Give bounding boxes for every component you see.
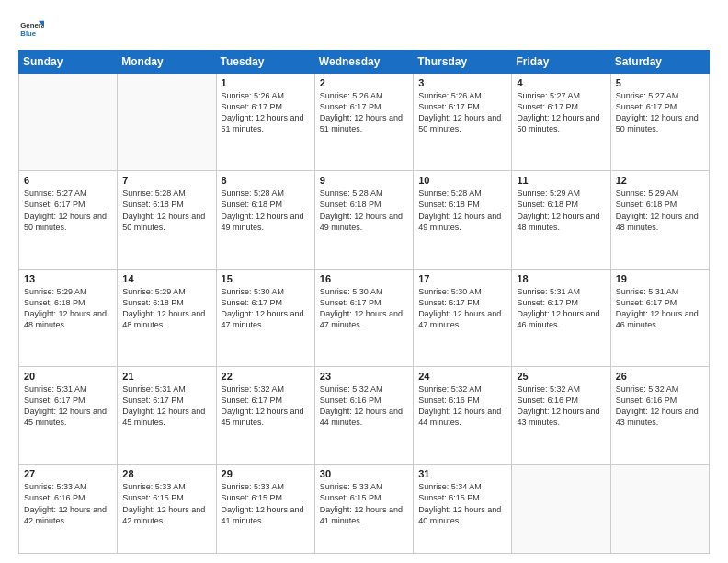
day-info: Sunrise: 5:27 AM Sunset: 6:17 PM Dayligh…	[517, 90, 605, 135]
day-number: 22	[222, 371, 310, 382]
calendar-week-1: 1Sunrise: 5:26 AM Sunset: 6:17 PM Daylig…	[19, 74, 710, 171]
day-info: Sunrise: 5:26 AM Sunset: 6:17 PM Dayligh…	[320, 90, 408, 135]
day-info: Sunrise: 5:31 AM Sunset: 6:17 PM Dayligh…	[24, 384, 112, 429]
calendar-cell	[610, 465, 709, 554]
calendar-cell: 15Sunrise: 5:30 AM Sunset: 6:17 PM Dayli…	[216, 269, 314, 366]
day-number: 5	[616, 77, 704, 88]
calendar-cell: 2Sunrise: 5:26 AM Sunset: 6:17 PM Daylig…	[314, 74, 413, 171]
calendar-cell	[512, 465, 610, 554]
day-info: Sunrise: 5:28 AM Sunset: 6:18 PM Dayligh…	[320, 188, 408, 233]
day-info: Sunrise: 5:27 AM Sunset: 6:17 PM Dayligh…	[24, 188, 112, 233]
calendar-cell: 11Sunrise: 5:29 AM Sunset: 6:18 PM Dayli…	[512, 171, 610, 269]
day-number: 1	[222, 77, 310, 88]
day-info: Sunrise: 5:29 AM Sunset: 6:18 PM Dayligh…	[616, 188, 704, 233]
day-info: Sunrise: 5:33 AM Sunset: 6:15 PM Dayligh…	[320, 481, 408, 526]
calendar-header-row: SundayMondayTuesdayWednesdayThursdayFrid…	[19, 51, 710, 74]
day-info: Sunrise: 5:31 AM Sunset: 6:17 PM Dayligh…	[122, 384, 210, 429]
day-number: 2	[320, 77, 408, 88]
day-info: Sunrise: 5:28 AM Sunset: 6:18 PM Dayligh…	[418, 188, 506, 233]
calendar-cell: 14Sunrise: 5:29 AM Sunset: 6:18 PM Dayli…	[118, 269, 216, 366]
col-header-wednesday: Wednesday	[314, 51, 413, 74]
logo-icon: General Blue	[18, 17, 44, 42]
day-number: 9	[320, 175, 408, 186]
day-number: 25	[517, 371, 605, 382]
logo: General Blue	[18, 17, 48, 42]
day-info: Sunrise: 5:33 AM Sunset: 6:16 PM Dayligh…	[24, 481, 112, 526]
day-number: 27	[24, 468, 112, 479]
calendar-cell: 9Sunrise: 5:28 AM Sunset: 6:18 PM Daylig…	[314, 171, 413, 269]
calendar-week-4: 20Sunrise: 5:31 AM Sunset: 6:17 PM Dayli…	[19, 366, 710, 464]
calendar-cell: 16Sunrise: 5:30 AM Sunset: 6:17 PM Dayli…	[314, 269, 413, 366]
day-number: 24	[418, 371, 506, 382]
calendar-cell: 25Sunrise: 5:32 AM Sunset: 6:16 PM Dayli…	[512, 366, 610, 464]
calendar-cell: 13Sunrise: 5:29 AM Sunset: 6:18 PM Dayli…	[19, 269, 118, 366]
day-info: Sunrise: 5:29 AM Sunset: 6:18 PM Dayligh…	[24, 286, 112, 331]
day-number: 8	[222, 175, 310, 186]
calendar-cell: 8Sunrise: 5:28 AM Sunset: 6:18 PM Daylig…	[216, 171, 314, 269]
day-number: 15	[222, 273, 310, 284]
col-header-sunday: Sunday	[19, 51, 118, 74]
day-number: 7	[122, 175, 210, 186]
calendar-cell: 10Sunrise: 5:28 AM Sunset: 6:18 PM Dayli…	[414, 171, 512, 269]
calendar-cell: 21Sunrise: 5:31 AM Sunset: 6:17 PM Dayli…	[118, 366, 216, 464]
day-info: Sunrise: 5:27 AM Sunset: 6:17 PM Dayligh…	[616, 90, 704, 135]
col-header-tuesday: Tuesday	[216, 51, 314, 74]
day-number: 12	[616, 175, 704, 186]
calendar-cell: 1Sunrise: 5:26 AM Sunset: 6:17 PM Daylig…	[216, 74, 314, 171]
day-number: 14	[122, 273, 210, 284]
day-number: 11	[517, 175, 605, 186]
day-number: 18	[517, 273, 605, 284]
calendar-cell: 23Sunrise: 5:32 AM Sunset: 6:16 PM Dayli…	[314, 366, 413, 464]
svg-text:Blue: Blue	[20, 29, 37, 38]
day-number: 21	[122, 371, 210, 382]
day-info: Sunrise: 5:32 AM Sunset: 6:17 PM Dayligh…	[222, 384, 310, 429]
calendar-cell: 30Sunrise: 5:33 AM Sunset: 6:15 PM Dayli…	[314, 465, 413, 554]
page: General Blue SundayMondayTuesdayWednesda…	[0, 0, 728, 563]
day-info: Sunrise: 5:29 AM Sunset: 6:18 PM Dayligh…	[122, 286, 210, 331]
day-info: Sunrise: 5:32 AM Sunset: 6:16 PM Dayligh…	[517, 384, 605, 429]
day-number: 28	[122, 468, 210, 479]
day-info: Sunrise: 5:30 AM Sunset: 6:17 PM Dayligh…	[222, 286, 310, 331]
day-number: 23	[320, 371, 408, 382]
col-header-thursday: Thursday	[414, 51, 512, 74]
header: General Blue	[18, 17, 710, 42]
day-info: Sunrise: 5:33 AM Sunset: 6:15 PM Dayligh…	[122, 481, 210, 526]
calendar-cell: 19Sunrise: 5:31 AM Sunset: 6:17 PM Dayli…	[610, 269, 709, 366]
calendar-cell: 5Sunrise: 5:27 AM Sunset: 6:17 PM Daylig…	[610, 74, 709, 171]
calendar-cell: 26Sunrise: 5:32 AM Sunset: 6:16 PM Dayli…	[610, 366, 709, 464]
calendar-cell: 7Sunrise: 5:28 AM Sunset: 6:18 PM Daylig…	[118, 171, 216, 269]
day-info: Sunrise: 5:30 AM Sunset: 6:17 PM Dayligh…	[320, 286, 408, 331]
calendar-cell: 29Sunrise: 5:33 AM Sunset: 6:15 PM Dayli…	[216, 465, 314, 554]
calendar-week-5: 27Sunrise: 5:33 AM Sunset: 6:16 PM Dayli…	[19, 465, 710, 554]
calendar-cell: 17Sunrise: 5:30 AM Sunset: 6:17 PM Dayli…	[414, 269, 512, 366]
day-info: Sunrise: 5:28 AM Sunset: 6:18 PM Dayligh…	[122, 188, 210, 233]
day-number: 13	[24, 273, 112, 284]
day-info: Sunrise: 5:32 AM Sunset: 6:16 PM Dayligh…	[616, 384, 704, 429]
calendar-cell: 12Sunrise: 5:29 AM Sunset: 6:18 PM Dayli…	[610, 171, 709, 269]
day-info: Sunrise: 5:26 AM Sunset: 6:17 PM Dayligh…	[418, 90, 506, 135]
day-info: Sunrise: 5:28 AM Sunset: 6:18 PM Dayligh…	[222, 188, 310, 233]
day-info: Sunrise: 5:33 AM Sunset: 6:15 PM Dayligh…	[222, 481, 310, 526]
calendar-cell: 18Sunrise: 5:31 AM Sunset: 6:17 PM Dayli…	[512, 269, 610, 366]
calendar-cell: 3Sunrise: 5:26 AM Sunset: 6:17 PM Daylig…	[414, 74, 512, 171]
calendar-cell	[19, 74, 118, 171]
day-number: 4	[517, 77, 605, 88]
calendar-week-2: 6Sunrise: 5:27 AM Sunset: 6:17 PM Daylig…	[19, 171, 710, 269]
day-number: 6	[24, 175, 112, 186]
day-number: 26	[616, 371, 704, 382]
calendar-cell: 24Sunrise: 5:32 AM Sunset: 6:16 PM Dayli…	[414, 366, 512, 464]
day-info: Sunrise: 5:30 AM Sunset: 6:17 PM Dayligh…	[418, 286, 506, 331]
calendar-week-3: 13Sunrise: 5:29 AM Sunset: 6:18 PM Dayli…	[19, 269, 710, 366]
day-number: 20	[24, 371, 112, 382]
calendar-cell: 20Sunrise: 5:31 AM Sunset: 6:17 PM Dayli…	[19, 366, 118, 464]
col-header-friday: Friday	[512, 51, 610, 74]
day-info: Sunrise: 5:26 AM Sunset: 6:17 PM Dayligh…	[222, 90, 310, 135]
col-header-saturday: Saturday	[610, 51, 709, 74]
day-number: 17	[418, 273, 506, 284]
calendar-cell: 31Sunrise: 5:34 AM Sunset: 6:15 PM Dayli…	[414, 465, 512, 554]
col-header-monday: Monday	[118, 51, 216, 74]
day-info: Sunrise: 5:32 AM Sunset: 6:16 PM Dayligh…	[418, 384, 506, 429]
day-info: Sunrise: 5:29 AM Sunset: 6:18 PM Dayligh…	[517, 188, 605, 233]
calendar-cell: 28Sunrise: 5:33 AM Sunset: 6:15 PM Dayli…	[118, 465, 216, 554]
day-info: Sunrise: 5:31 AM Sunset: 6:17 PM Dayligh…	[517, 286, 605, 331]
